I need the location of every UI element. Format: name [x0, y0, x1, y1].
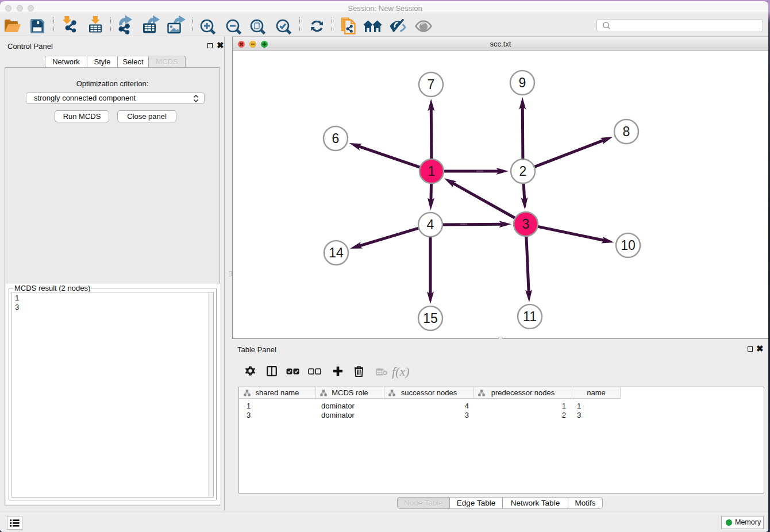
svg-text:2: 2 — [519, 164, 527, 179]
svg-text:14: 14 — [329, 245, 344, 260]
svg-text:3: 3 — [522, 217, 530, 232]
svg-text:4: 4 — [427, 217, 434, 232]
svg-text:1: 1 — [428, 164, 436, 179]
svg-text:6: 6 — [332, 131, 340, 146]
svg-text:15: 15 — [423, 311, 438, 326]
svg-text:9: 9 — [519, 75, 526, 90]
svg-text:7: 7 — [428, 77, 435, 92]
svg-text:10: 10 — [621, 238, 636, 253]
svg-text:8: 8 — [623, 124, 630, 139]
svg-text:11: 11 — [523, 309, 537, 324]
